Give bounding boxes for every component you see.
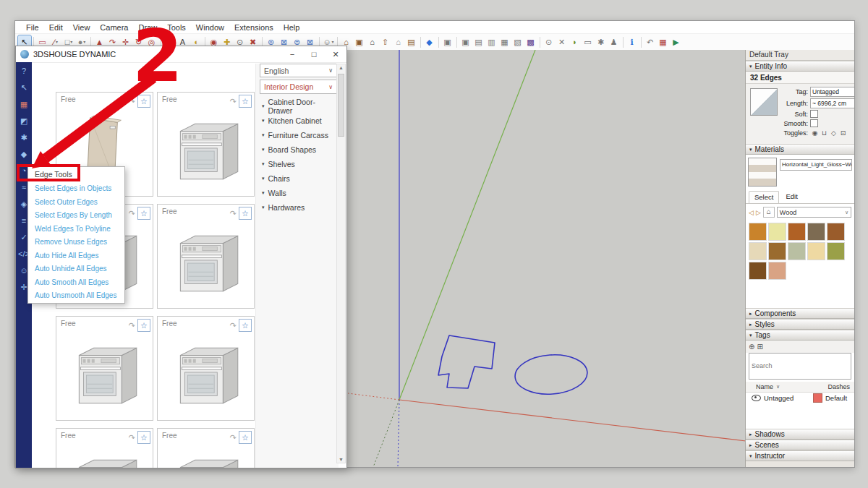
axes-icon[interactable]: ✱ [595,35,608,48]
eye-toggle-icon[interactable]: ◉ [810,129,820,137]
menu-item[interactable]: Camera [95,23,133,32]
material-swatch[interactable] [768,262,786,280]
collection-dropdown[interactable]: Wood ∨ [777,207,851,218]
reload-icon[interactable]: ↷ [129,209,135,218]
category-item[interactable]: ▾ Board Shapes [258,142,339,157]
section-tags[interactable]: ▾ Tags [746,330,854,341]
scrollbar-thumb[interactable] [338,74,344,137]
material-swatch[interactable] [768,223,786,241]
section-materials[interactable]: ▾ Materials [746,144,854,155]
material-swatch[interactable] [788,242,806,260]
maximize-button[interactable]: □ [303,46,325,62]
category-item[interactable]: ▾ Walls [258,186,339,200]
callout-icon[interactable]: ▭ [582,35,595,48]
leaf-icon[interactable]: ◗ [569,35,582,48]
back-arrow-icon[interactable]: ◁ [749,209,754,216]
category-dropdown[interactable]: Interior Design ∨ [260,80,337,94]
edge-tools-menu-item[interactable]: Auto Unsmooth All Edges [28,289,124,303]
category-item[interactable]: ▾ Cabinet Door-Drawer [258,99,339,114]
category-item[interactable]: ▾ Shelves [258,157,339,171]
menu-item[interactable]: Draw [133,23,162,32]
edge-tools-menu-item[interactable]: Auto Hide All Edges [28,249,124,263]
component-card[interactable]: Free ↷ ☆ [56,428,153,468]
soft-checkbox[interactable] [810,110,818,118]
reload-icon[interactable]: ↷ [230,209,237,218]
category-item[interactable]: ▾ Kitchen Cabinet [258,114,339,128]
photo-toggle-icon[interactable]: ⊡ [838,129,848,137]
menu-item[interactable]: Window [191,23,229,32]
tags-search-input[interactable] [749,353,851,380]
cube-icon[interactable]: ◆ [18,150,30,159]
component-box-icon[interactable]: ▣ [353,35,366,48]
component-op-2-icon[interactable]: ▤ [472,35,485,48]
name-column-header[interactable]: Name [756,383,773,390]
select-box-icon[interactable]: ◩ [18,116,30,126]
edge-tools-menu-item[interactable]: Select Outer Edges [28,196,124,210]
add-folder-icon[interactable]: ⊞ [757,343,762,351]
component-op-4-icon[interactable]: ▦ [498,35,511,48]
blue-flag-icon[interactable]: ◆ [423,35,436,48]
tab-edit[interactable]: Edit [780,191,802,203]
scroll-up-icon[interactable]: ▲ [337,65,345,70]
tag-dashes[interactable]: Default [825,394,854,402]
tag-toggle-icon[interactable]: ◇ [829,129,838,137]
material-swatch[interactable] [807,242,825,260]
section-instructor[interactable]: ▾ Instructor [746,450,854,461]
menu-item[interactable]: Tools [162,23,191,32]
material-swatch[interactable] [749,262,767,280]
materials-icon[interactable]: ▩ [524,35,537,48]
scroll-down-icon[interactable]: ▼ [337,457,345,462]
home-icon[interactable]: ⌂ [763,207,775,218]
table-icon[interactable]: ▦ [657,35,670,48]
explode-icon[interactable]: ✱ [18,133,30,142]
tag-row[interactable]: Untagged Default [746,393,854,404]
info-icon[interactable]: ℹ [626,35,639,48]
reload-icon[interactable]: ↷ [230,97,237,106]
material-swatch[interactable] [827,242,845,260]
minimize-button[interactable]: − [281,46,303,62]
menu-item[interactable]: File [21,23,44,32]
component-card[interactable]: Free ↷ ☆ [56,316,153,421]
menu-item[interactable]: Edit [44,23,68,32]
plugin-scrollbar[interactable]: ▲ ▼ [336,64,346,463]
material-swatch[interactable] [807,223,825,241]
pick-tools-icon[interactable]: ✕ [556,35,569,48]
material-name-field[interactable]: Horizontal_Light_Gloss~Wood_4 [780,159,852,171]
section-shadows[interactable]: ▸ Shadows [746,429,854,440]
box-open-icon[interactable]: ▤ [405,35,418,48]
component-op-3-icon[interactable]: ▥ [485,35,498,48]
edge-tools-menu-item[interactable]: Weld Edges To Polyline [28,223,124,236]
section-components[interactable]: ▸ Components [746,308,854,319]
close-button[interactable]: ✕ [325,46,346,62]
component-card[interactable]: Free ↷ ☆ [157,204,255,309]
forward-arrow-icon[interactable]: ▷ [756,209,761,216]
reload-icon[interactable]: ↷ [129,321,135,330]
reload-icon[interactable]: ↷ [230,321,237,330]
material-swatch[interactable] [827,223,845,241]
material-swatch[interactable] [749,242,767,260]
add-tag-icon[interactable]: ⊕ [749,343,754,351]
section-entity-info[interactable]: ▾ Entity Info [746,61,854,72]
plugin-title-bar[interactable]: 3DSHOUSE DYNAMIC − □ ✕ [16,46,346,63]
reload-icon[interactable]: ↷ [129,97,135,106]
dashes-column-header[interactable]: Dashes [827,383,850,390]
material-swatch[interactable] [788,223,806,241]
edge-tools-menu-item[interactable]: Auto Unhide All Edges [28,262,124,276]
home-icon[interactable]: ⌂ [366,35,379,48]
eyedropper-icon[interactable]: ⊙ [542,35,556,48]
edge-tools-menu-item[interactable]: Remove Unuse Edges [28,236,124,249]
cursor-icon[interactable]: ↖ [18,83,30,93]
component-card[interactable]: Free ↷ ☆ [157,428,255,468]
edge-tools-menu-item[interactable]: Select Edges in Objects [28,182,124,196]
menu-item[interactable]: View [68,23,95,32]
tag-color-swatch[interactable] [813,393,822,403]
category-item[interactable]: ▾ Furniture Carcass [258,128,339,142]
menu-item[interactable]: Help [278,23,305,32]
reload-icon[interactable]: ↷ [129,433,135,442]
section-styles[interactable]: ▸ Styles [746,319,854,330]
menu-item[interactable]: Extensions [229,23,278,32]
language-dropdown[interactable]: English ∨ [260,64,337,77]
component-op-5-icon[interactable]: ▧ [511,35,524,48]
undo-icon[interactable]: ↶ [644,35,657,48]
figure-icon[interactable]: ♟ [608,35,621,48]
